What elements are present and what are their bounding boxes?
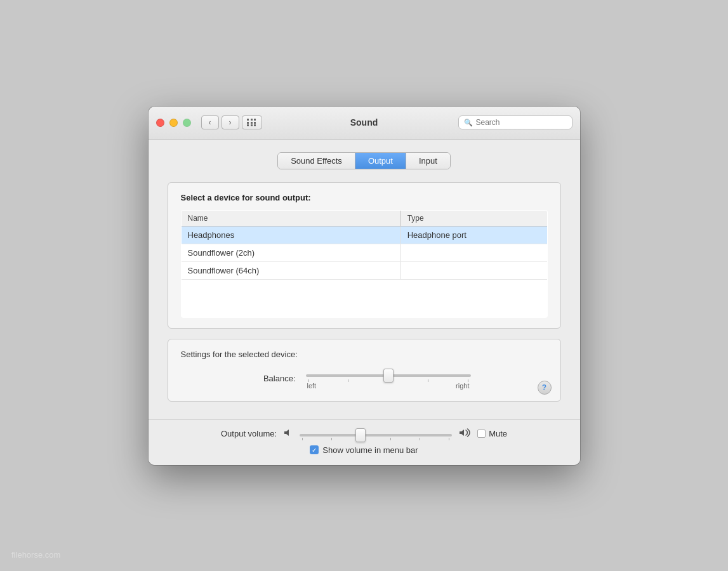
device-type: Headphone port xyxy=(400,226,547,244)
balance-label: Balance: xyxy=(258,374,296,383)
device-type xyxy=(400,244,547,261)
tabs-container: Sound Effects Output Input xyxy=(168,152,561,169)
traffic-lights xyxy=(156,119,191,127)
volume-slider-track xyxy=(300,434,452,436)
watermark-domain: .com xyxy=(43,550,60,560)
search-icon: 🔍 xyxy=(464,119,473,127)
column-header-name: Name xyxy=(181,210,400,226)
device-name: Soundflower (2ch) xyxy=(181,244,400,261)
show-volume-row: ✓ Show volume in menu bar xyxy=(168,445,561,455)
nav-buttons: ‹ › xyxy=(201,115,239,129)
search-input[interactable] xyxy=(476,118,567,127)
balance-slider-wrap xyxy=(306,368,471,382)
watermark-prefix: file xyxy=(11,550,22,560)
tab-input[interactable]: Input xyxy=(406,153,450,169)
volume-slider-thumb[interactable] xyxy=(355,428,366,442)
grid-icon xyxy=(247,119,256,126)
volume-slider-wrap xyxy=(300,428,452,440)
maximize-button[interactable] xyxy=(183,119,191,127)
column-header-type: Type xyxy=(400,210,547,226)
mute-label: Mute xyxy=(489,429,507,438)
sound-preferences-window: ‹ › Sound 🔍 Sound Effects Output xyxy=(149,107,580,465)
balance-slider-track xyxy=(306,374,471,377)
balance-slider-container: left right xyxy=(306,368,471,390)
volume-low-icon xyxy=(283,428,293,440)
balance-slider-thumb[interactable] xyxy=(383,369,394,383)
device-table: Name Type Headphones Headphone port Soun… xyxy=(181,210,548,318)
mute-checkbox[interactable] xyxy=(477,430,486,438)
settings-section: Settings for the selected device: Balanc… xyxy=(168,339,561,402)
tab-output[interactable]: Output xyxy=(355,153,406,169)
titlebar: ‹ › Sound 🔍 xyxy=(149,107,580,140)
table-row[interactable]: Soundflower (2ch) xyxy=(181,244,547,261)
grid-view-button[interactable] xyxy=(242,115,262,129)
close-button[interactable] xyxy=(156,119,164,127)
volume-row: Output volume: xyxy=(168,428,561,440)
device-section-title: Select a device for sound output: xyxy=(181,193,548,202)
watermark-suffix: horse xyxy=(22,550,43,560)
mute-area: Mute xyxy=(477,429,507,438)
forward-icon: › xyxy=(229,118,232,127)
device-name: Soundflower (64ch) xyxy=(181,261,400,279)
show-volume-checkbox[interactable]: ✓ xyxy=(310,445,319,454)
balance-row: Balance: left right xyxy=(181,368,548,390)
show-volume-label: Show volume in menu bar xyxy=(322,445,418,455)
back-icon: ‹ xyxy=(209,118,211,127)
tab-group: Sound Effects Output Input xyxy=(277,152,451,169)
search-bar[interactable]: 🔍 xyxy=(458,115,572,129)
window-title: Sound xyxy=(350,117,378,128)
balance-right-label: right xyxy=(456,382,469,390)
tab-sound-effects[interactable]: Sound Effects xyxy=(278,153,355,169)
watermark: filehorse.com xyxy=(11,550,60,560)
main-content: Sound Effects Output Input Select a devi… xyxy=(149,140,580,419)
volume-high-icon xyxy=(458,428,471,440)
back-button[interactable]: ‹ xyxy=(201,115,219,129)
table-row-empty xyxy=(181,279,547,317)
balance-left-label: left xyxy=(307,382,317,390)
table-row[interactable]: Soundflower (64ch) xyxy=(181,261,547,279)
device-section: Select a device for sound output: Name T… xyxy=(168,182,561,329)
help-button[interactable]: ? xyxy=(538,381,552,395)
minimize-button[interactable] xyxy=(169,119,178,127)
device-type xyxy=(400,261,547,279)
volume-label: Output volume: xyxy=(221,429,277,438)
table-row[interactable]: Headphones Headphone port xyxy=(181,226,547,244)
checkmark-icon: ✓ xyxy=(312,447,317,454)
settings-section-title: Settings for the selected device: xyxy=(181,350,548,359)
forward-button[interactable]: › xyxy=(222,115,239,129)
bottom-bar: Output volume: xyxy=(149,419,580,465)
balance-slider-labels: left right xyxy=(306,382,471,390)
volume-tick-marks xyxy=(300,438,452,440)
device-name: Headphones xyxy=(181,226,400,244)
